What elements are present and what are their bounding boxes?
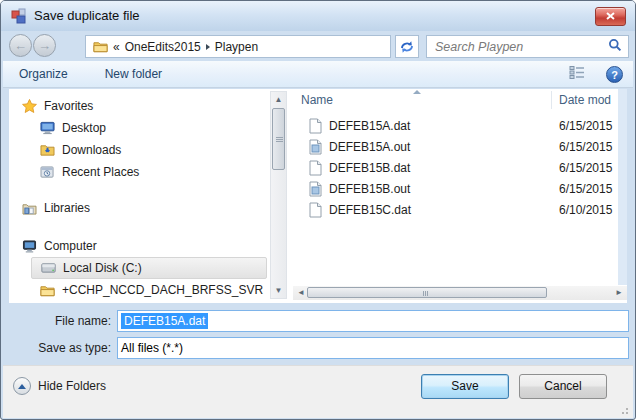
save-as-type-label: Save as type: [9,337,111,359]
new-folder-button[interactable]: New folder [105,67,162,81]
scroll-up-icon[interactable]: ▲ [271,92,286,107]
sidebar-item-label: Downloads [62,143,121,157]
dat-file-icon [309,118,323,134]
dialog-footer: Hide Folders Save Cancel [3,365,633,418]
address-bar[interactable]: « OneEdits2015 Playpen [85,35,391,58]
close-button[interactable] [595,7,626,26]
sidebar-item-label: Recent Places [62,165,139,179]
column-header-row: Name Date mod [293,89,627,111]
file-list-horizontal-scrollbar[interactable]: ◄ ► [293,286,627,300]
file-row-defeb15c-dat[interactable]: DEFEB15C.dat6/10/2015 [293,199,618,220]
sidebar-item-label: Computer [44,239,97,253]
views-button[interactable] [569,66,597,82]
sidebar-scrollbar[interactable]: ▲ ▼ [270,91,287,299]
sidebar-group-libraries: Libraries [9,197,269,219]
file-date-modified: 6/10/2015 [559,203,619,217]
sidebar-item-desktop[interactable]: Desktop [9,117,269,139]
breadcrumb-chevron-icon [206,44,210,50]
views-icon [569,66,586,82]
sort-ascending-icon [413,90,421,94]
sidebar-item-cchp-nccd-dach-brfss-svr[interactable]: +CCHP_NCCD_DACH_BRFSS_SVR [9,279,269,301]
resize-grip[interactable] [616,402,628,414]
sidebar-item-computer[interactable]: Computer [9,235,269,257]
file-date-modified: 6/15/2015 [559,140,619,154]
scrollbar-thumb[interactable] [307,287,547,298]
file-name-combo[interactable]: DEFEB15A.dat [117,310,629,332]
save-duplicate-file-dialog: Save duplicate file ← → « OneEdits2015 P… [0,0,636,420]
app-form-icon[interactable] [11,8,27,24]
help-button[interactable]: ? [606,66,623,83]
file-row-defeb15b-out[interactable]: DEFEB15B.out6/15/2015 [293,178,618,199]
command-toolbar: Organize New folder ? [3,61,633,88]
collapse-up-icon [13,377,31,395]
sidebar-group-computer: ComputerLocal Disk (C:)+CCHP_NCCD_DACH_B… [9,235,269,303]
file-name-value: DEFEB15A.dat [121,313,208,329]
sidebar-item-recent-places[interactable]: Recent Places [9,161,269,183]
sidebar-group-favorites: FavoritesDesktopDownloadsRecent Places [9,95,269,183]
downloads-icon [39,142,55,158]
refresh-button[interactable] [395,35,419,58]
sidebar-item-label: Desktop [62,121,106,135]
breadcrumb-segment-current[interactable]: Playpen [215,40,258,54]
computer-icon [21,238,37,254]
sidebar-item-cchp-nccd-dach-brfss-fg[interactable]: CCHP_NCCD_DACH_BRFSS_FG [9,301,269,303]
sidebar-item-downloads[interactable]: Downloads [9,139,269,161]
search-box [426,35,629,58]
navigation-bar: ← → « OneEdits2015 Playpen [1,31,635,61]
libraries-icon [21,200,37,216]
sidebar-item-label: +CCHP_NCCD_DACH_BRFSS_SVR [62,283,263,297]
file-rows: DEFEB15A.dat6/15/2015DEFEB15A.out6/15/20… [293,115,618,220]
out-file-icon [309,139,323,155]
save-button[interactable]: Save [421,374,509,399]
sidebar-item-label: Libraries [44,201,90,215]
sidebar-item-libraries[interactable]: Libraries [9,197,269,219]
file-list: Name Date mod DEFEB15A.dat6/15/2015DEFEB… [293,89,627,303]
file-row-defeb15b-dat[interactable]: DEFEB15B.dat6/15/2015 [293,157,618,178]
organize-button[interactable]: Organize [19,67,79,81]
save-as-type-value: All files (*.*) [121,341,183,355]
favorites-star-icon [21,98,37,114]
sidebar-item-favorites[interactable]: Favorites [9,95,269,117]
folder-icon [92,39,108,55]
name-column-header[interactable]: Name [301,93,333,107]
dat-file-icon [309,202,323,218]
file-row-defeb15a-dat[interactable]: DEFEB15A.dat6/15/2015 [293,115,618,136]
file-date-modified: 6/15/2015 [559,161,619,175]
save-as-type-combo[interactable]: All files (*.*) [117,337,629,359]
file-browser-area: FavoritesDesktopDownloadsRecent PlacesLi… [9,89,627,303]
folder-icon [39,282,55,298]
file-date-modified: 6/15/2015 [559,119,619,133]
organize-label: Organize [19,67,68,81]
scroll-down-icon[interactable]: ▼ [271,283,286,298]
window-title: Save duplicate file [34,1,140,31]
file-name-label: File name: [9,310,111,332]
dat-file-icon [309,160,323,176]
column-divider[interactable] [551,91,552,109]
hide-folders-button[interactable]: Hide Folders [13,377,106,395]
hide-folders-label: Hide Folders [38,379,106,393]
search-icon[interactable] [608,38,622,56]
title-bar: Save duplicate file [1,1,635,31]
local-disk-icon [40,260,56,276]
out-file-icon [309,181,323,197]
file-list-vertical-scrollbar[interactable] [618,89,627,285]
recent-places-icon [39,164,55,180]
date-modified-column-header[interactable]: Date mod [559,93,619,107]
desktop-icon [39,120,55,136]
search-input[interactable] [433,39,608,55]
forward-button[interactable]: → [33,34,56,57]
file-date-modified: 6/15/2015 [559,182,619,196]
breadcrumb-segment-parent[interactable]: OneEdits2015 [125,40,201,54]
breadcrumb-collapsed[interactable]: « [113,40,120,54]
sidebar-item-label: Favorites [44,99,93,113]
back-button[interactable]: ← [9,34,32,57]
scroll-left-icon[interactable]: ◄ [297,289,305,297]
sidebar-item-label: Local Disk (C:) [63,261,142,275]
navigation-pane: FavoritesDesktopDownloadsRecent PlacesLi… [9,89,269,303]
scrollbar-thumb[interactable] [272,108,285,170]
new-folder-label: New folder [105,67,162,81]
file-row-defeb15a-out[interactable]: DEFEB15A.out6/15/2015 [293,136,618,157]
sidebar-item-local-disk-c[interactable]: Local Disk (C:) [31,257,267,279]
scroll-right-icon[interactable]: ► [615,289,623,297]
cancel-button[interactable]: Cancel [519,374,607,399]
